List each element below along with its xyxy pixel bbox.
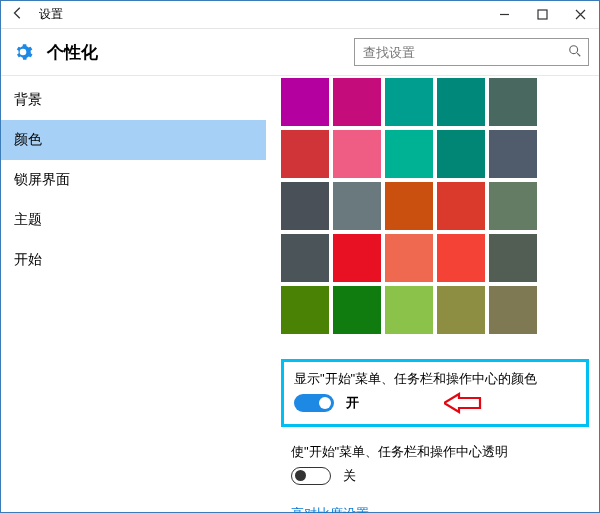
sidebar-item-label: 颜色 [14,131,42,149]
color-swatch[interactable] [385,286,433,334]
sidebar-item-label: 锁屏界面 [14,171,70,189]
color-swatch[interactable] [437,130,485,178]
page-title: 个性化 [47,41,98,64]
color-swatch[interactable] [437,78,485,126]
back-button[interactable] [7,6,29,24]
color-swatch[interactable] [281,182,329,230]
show-color-toggle[interactable] [294,394,334,412]
color-swatch[interactable] [437,286,485,334]
color-grid [281,78,599,334]
color-swatch[interactable] [489,286,537,334]
maximize-button[interactable] [523,1,561,28]
search-input[interactable] [363,45,568,60]
transparency-option: 使"开始"菜单、任务栏和操作中心透明 关 [291,443,589,485]
color-swatch[interactable] [489,78,537,126]
search-box[interactable] [354,38,589,66]
sidebar-item-label: 主题 [14,211,42,229]
titlebar: 设置 [1,1,599,29]
sidebar-item-themes[interactable]: 主题 [1,200,266,240]
color-swatch[interactable] [385,130,433,178]
color-swatch[interactable] [489,182,537,230]
sidebar-item-colors[interactable]: 颜色 [1,120,266,160]
sidebar-item-start[interactable]: 开始 [1,240,266,280]
color-swatch[interactable] [437,234,485,282]
color-swatch[interactable] [333,78,381,126]
sidebar-item-lockscreen[interactable]: 锁屏界面 [1,160,266,200]
sidebar-item-background[interactable]: 背景 [1,80,266,120]
option-label: 显示"开始"菜单、任务栏和操作中心的颜色 [294,370,576,388]
svg-point-1 [570,45,578,53]
gear-icon [13,42,33,62]
color-swatch[interactable] [333,234,381,282]
color-swatch[interactable] [385,78,433,126]
color-swatch[interactable] [489,234,537,282]
close-button[interactable] [561,1,599,28]
color-swatch[interactable] [333,286,381,334]
svg-rect-0 [538,10,547,19]
minimize-button[interactable] [485,1,523,28]
main-panel: 显示"开始"菜单、任务栏和操作中心的颜色 开 使"开始"菜单、任务栏和操作中心透… [266,76,599,512]
sidebar-item-label: 背景 [14,91,42,109]
color-swatch[interactable] [281,286,329,334]
window-title: 设置 [39,6,63,23]
color-swatch[interactable] [281,78,329,126]
color-swatch[interactable] [489,130,537,178]
color-swatch[interactable] [385,234,433,282]
color-swatch[interactable] [281,130,329,178]
option-label: 使"开始"菜单、任务栏和操作中心透明 [291,443,589,461]
transparency-toggle[interactable] [291,467,331,485]
annotation-arrow-icon [444,392,484,417]
color-swatch[interactable] [333,130,381,178]
color-swatch[interactable] [385,182,433,230]
sidebar: 背景 颜色 锁屏界面 主题 开始 [1,76,266,512]
highlighted-option: 显示"开始"菜单、任务栏和操作中心的颜色 开 [281,359,589,427]
color-swatch[interactable] [333,182,381,230]
sidebar-item-label: 开始 [14,251,42,269]
toggle-state: 开 [346,394,359,412]
search-icon [568,44,582,61]
color-swatch[interactable] [281,234,329,282]
high-contrast-link[interactable]: 高对比度设置 [291,505,369,513]
header-bar: 个性化 [1,29,599,76]
toggle-state: 关 [343,467,356,485]
color-swatch[interactable] [437,182,485,230]
